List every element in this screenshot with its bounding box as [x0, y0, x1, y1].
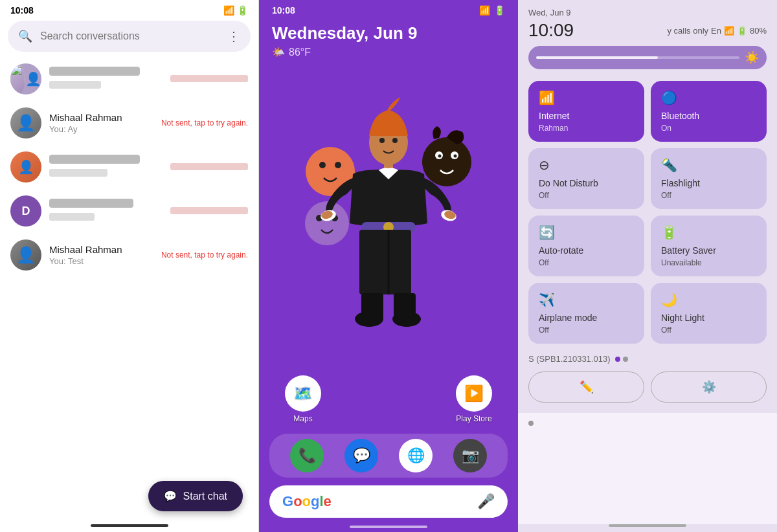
airplane-label: Airplane mode: [539, 313, 634, 323]
list-item[interactable]: 👤 Mishaal Rahman You: Test Not sent, tap…: [0, 233, 258, 277]
svg-point-1: [319, 162, 326, 168]
conv-preview: [49, 81, 101, 89]
conv-name: Mishaal Rahman: [49, 244, 153, 255]
list-item[interactable]: 👤: [0, 145, 258, 189]
page-dot-1: [615, 357, 620, 362]
svg-point-13: [392, 138, 398, 143]
conv-name: [49, 155, 140, 164]
home-date: Wednesday, Jun 9: [259, 18, 518, 46]
qs-battery-pct: 80%: [750, 26, 767, 36]
conv-preview: You: Ay: [49, 124, 153, 134]
edit-button[interactable]: ✏️: [528, 371, 644, 403]
home-status-bar: 10:08 📶 🔋: [259, 0, 518, 18]
list-item[interactable]: D: [0, 189, 258, 233]
flashlight-sub: Off: [661, 191, 756, 200]
conv-name: [49, 67, 140, 76]
conv-meta: [170, 161, 248, 173]
page-dot-2: [623, 357, 628, 362]
brightness-slider[interactable]: ☀️: [528, 46, 767, 69]
wifi-icon: 📶: [223, 5, 234, 16]
list-item[interactable]: 👤: [0, 57, 258, 101]
svg-point-6: [422, 137, 471, 186]
phone-dock-icon[interactable]: 📞: [290, 439, 324, 472]
qs-header: Wed, Jun 9 10:09 y calls only En 📶 🔋 80%…: [518, 0, 777, 78]
camera-dock-icon[interactable]: 📷: [453, 439, 487, 472]
qs-date: Wed, Jun 9: [528, 8, 767, 17]
chrome-dock-icon[interactable]: 🌐: [399, 439, 433, 472]
google-g-icon: Google: [282, 493, 332, 510]
svg-rect-21: [359, 230, 411, 294]
svg-point-26: [392, 311, 421, 327]
conv-content: Mishaal Rahman You: Test: [49, 244, 153, 266]
google-search-widget[interactable]: Google 🎤: [269, 485, 508, 518]
autorotate-sub: Off: [539, 258, 634, 267]
search-icon: 🔍: [18, 29, 32, 43]
settings-button[interactable]: ⚙️: [651, 371, 767, 403]
messages-dock-icon[interactable]: 💬: [344, 439, 378, 472]
qs-time-row: 10:09 y calls only En 📶 🔋 80%: [528, 20, 767, 41]
conv-error: Not sent, tap to try again.: [161, 250, 248, 260]
conv-meta: Not sent, tap to try again.: [161, 250, 248, 260]
internet-sub: Rahman: [539, 124, 634, 133]
qs-home-indicator: [609, 524, 686, 527]
qs-build-info: S (SPB1.210331.013): [518, 346, 777, 366]
list-item[interactable]: 👤 Mishaal Rahman You: Ay Not sent, tap t…: [0, 101, 258, 145]
dnd-label: Do Not Disturb: [539, 178, 634, 188]
bluetooth-label: Bluetooth: [661, 111, 756, 121]
weather-temp: 86°F: [289, 47, 311, 58]
dnd-sub: Off: [539, 191, 634, 200]
qs-tile-bluetooth[interactable]: 🔵 Bluetooth On: [651, 81, 767, 142]
start-chat-button[interactable]: 💬 Start chat: [148, 481, 243, 511]
search-bar[interactable]: 🔍 ⋮: [8, 21, 251, 52]
qs-tile-autorotate[interactable]: 🔄 Auto-rotate Off: [528, 216, 644, 276]
avatar: 👤: [10, 107, 41, 139]
avatar: 👤: [10, 151, 41, 183]
chat-icon: 💬: [164, 490, 177, 502]
qs-tile-dnd[interactable]: ⊖ Do Not Disturb Off: [528, 148, 644, 209]
conv-content: [49, 155, 163, 179]
edit-icon: ✏️: [580, 380, 594, 394]
svg-point-24: [355, 311, 383, 327]
home-illustration: [259, 63, 518, 370]
quick-settings-panel: Wed, Jun 9 10:09 y calls only En 📶 🔋 80%…: [518, 0, 777, 532]
conv-content: [49, 67, 163, 91]
avatar: D: [10, 195, 41, 227]
avatar: 👤: [10, 239, 41, 271]
bluetooth-icon: 🔵: [661, 90, 756, 105]
home-indicator: [91, 524, 168, 527]
autorotate-label: Auto-rotate: [539, 245, 634, 256]
maps-label: Maps: [293, 414, 312, 423]
conv-error: Not sent, tap to try again.: [161, 118, 248, 127]
nightlight-icon: 🌙: [661, 292, 756, 307]
bluetooth-sub: On: [661, 124, 756, 133]
more-icon[interactable]: ⋮: [227, 28, 240, 44]
battery-saver-sub: Unavailable: [661, 258, 756, 267]
status-bar-messages: 10:08 📶 🔋: [0, 0, 258, 18]
home-weather: 🌤️ 86°F: [259, 46, 518, 63]
battery-icon: 🔋: [237, 5, 248, 16]
home-wifi-icon: 📶: [479, 5, 490, 16]
calls-only-text: y calls only: [667, 26, 708, 36]
qs-tile-flashlight[interactable]: 🔦 Flashlight Off: [651, 148, 767, 209]
conv-meta: [170, 73, 248, 85]
svg-point-12: [379, 138, 385, 143]
maps-app-icon[interactable]: 🗺️ Maps: [285, 375, 321, 423]
qs-tile-battery-saver[interactable]: 🔋 Battery Saver Unavailable: [651, 216, 767, 276]
nightlight-sub: Off: [661, 326, 756, 335]
airplane-sub: Off: [539, 326, 634, 335]
settings-icon: ⚙️: [702, 380, 716, 394]
qs-actions: ✏️ ⚙️: [518, 366, 777, 408]
qs-time: 10:09: [528, 20, 574, 41]
qs-tile-airplane[interactable]: ✈️ Airplane mode Off: [528, 283, 644, 344]
google-mic-icon[interactable]: 🎤: [477, 493, 495, 510]
qs-tile-internet[interactable]: 📶 Internet Rahman: [528, 81, 644, 142]
search-input[interactable]: [40, 30, 220, 42]
qs-tile-nightlight[interactable]: 🌙 Night Light Off: [651, 283, 767, 344]
svg-point-9: [438, 155, 442, 158]
flashlight-label: Flashlight: [661, 178, 756, 188]
playstore-app-icon[interactable]: ▶️ Play Store: [456, 375, 492, 423]
start-chat-label: Start chat: [183, 491, 227, 502]
nightlight-label: Night Light: [661, 313, 756, 323]
home-battery-icon: 🔋: [494, 5, 505, 16]
messages-panel: 10:08 📶 🔋 🔍 ⋮ 👤: [0, 0, 259, 532]
